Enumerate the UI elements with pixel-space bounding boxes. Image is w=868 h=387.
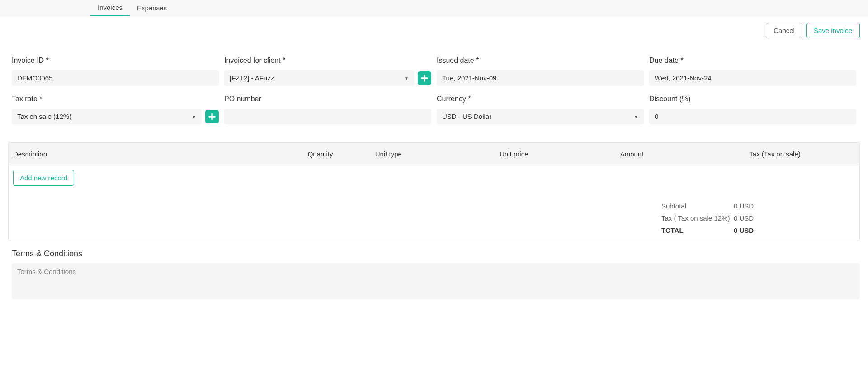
field-po-number: PO number: [224, 95, 431, 124]
po-number-label: PO number: [224, 95, 431, 103]
issued-date-input[interactable]: [437, 70, 644, 86]
due-date-label: Due date *: [649, 57, 856, 65]
currency-select[interactable]: USD - US Dollar ▼: [437, 109, 644, 124]
invoice-id-label: Invoice ID *: [12, 57, 219, 65]
invoice-id-input[interactable]: [12, 70, 219, 86]
field-issued-date: Issued date *: [437, 57, 644, 86]
grand-total-label: TOTAL: [661, 227, 734, 234]
terms-heading: Terms & Conditions: [12, 249, 860, 259]
col-unit-price: Unit price: [459, 150, 569, 158]
table-header: Description Quantity Unit type Unit pric…: [9, 143, 859, 165]
discount-label: Discount (%): [649, 95, 856, 103]
field-client: Invoiced for client * [FZ12] - AFuzz ▼: [224, 57, 431, 86]
top-nav: Invoices Expenses: [0, 0, 868, 16]
cancel-button[interactable]: Cancel: [766, 23, 802, 38]
issued-date-label: Issued date *: [437, 57, 644, 65]
client-select[interactable]: [FZ12] - AFuzz ▼: [224, 70, 414, 86]
plus-icon: [420, 74, 429, 83]
svg-rect-3: [209, 116, 216, 117]
col-description: Description: [13, 150, 308, 158]
col-quantity: Quantity: [308, 150, 375, 158]
svg-rect-1: [421, 77, 428, 79]
subtotal-label: Subtotal: [661, 202, 734, 210]
add-tax-rate-button[interactable]: [205, 110, 219, 123]
tax-rate-select-value: Tax on sale (12%): [12, 109, 202, 124]
action-bar: Cancel Save invoice: [8, 23, 860, 38]
currency-label: Currency *: [437, 95, 644, 103]
table-body: Add new record: [9, 165, 859, 190]
field-discount: Discount (%): [649, 95, 856, 124]
line-items-table: Description Quantity Unit type Unit pric…: [8, 142, 860, 241]
save-invoice-button[interactable]: Save invoice: [806, 23, 860, 38]
subtotal-value: 0 USD: [734, 202, 851, 210]
grand-total-value: 0 USD: [734, 227, 851, 234]
tax-rate-label: Tax rate *: [12, 95, 219, 103]
col-amount: Amount: [569, 150, 695, 158]
col-unit-type: Unit type: [375, 150, 459, 158]
tax-rate-select[interactable]: Tax on sale (12%) ▼: [12, 109, 202, 124]
field-currency: Currency * USD - US Dollar ▼: [437, 95, 644, 124]
col-tax: Tax (Tax on sale): [695, 150, 855, 158]
tax-total-value: 0 USD: [734, 214, 851, 222]
client-select-value: [FZ12] - AFuzz: [224, 70, 414, 86]
field-tax-rate: Tax rate * Tax on sale (12%) ▼: [12, 95, 219, 124]
tab-expenses[interactable]: Expenses: [130, 0, 174, 15]
po-number-input[interactable]: [224, 109, 431, 124]
client-label: Invoiced for client *: [224, 57, 431, 65]
field-invoice-id: Invoice ID *: [12, 57, 219, 86]
page-content: Cancel Save invoice Invoice ID * Invoice…: [0, 16, 868, 307]
tax-total-label: Tax ( Tax on sale 12%): [661, 214, 734, 222]
add-client-button[interactable]: [418, 71, 431, 85]
currency-select-value: USD - US Dollar: [437, 109, 644, 124]
plus-icon: [208, 112, 217, 121]
due-date-input[interactable]: [649, 70, 856, 86]
totals-section: Subtotal 0 USD Tax ( Tax on sale 12%) 0 …: [9, 190, 859, 241]
add-new-record-button[interactable]: Add new record: [13, 170, 74, 186]
terms-textarea[interactable]: [12, 263, 860, 299]
tab-invoices[interactable]: Invoices: [90, 0, 130, 16]
invoice-form: Invoice ID * Invoiced for client * [FZ12…: [8, 57, 860, 124]
discount-input[interactable]: [649, 109, 856, 124]
field-due-date: Due date *: [649, 57, 856, 86]
